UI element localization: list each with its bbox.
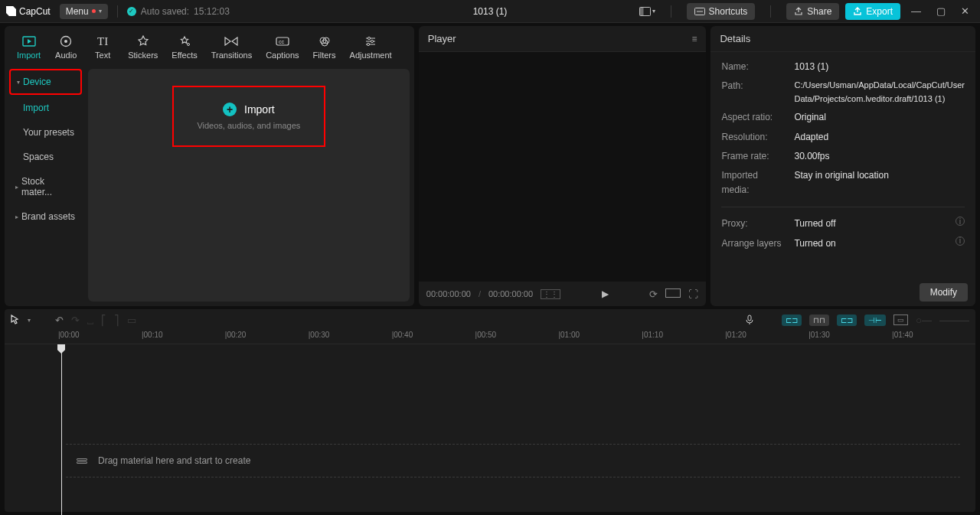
play-button[interactable]: ▶ (602, 288, 609, 299)
export-label: Export (866, 6, 893, 17)
divider (721, 207, 965, 207)
window-close-button[interactable]: ✕ (956, 5, 974, 17)
transitions-icon (224, 34, 239, 49)
split-icon[interactable]: ⎵ (87, 315, 93, 326)
player-time-current: 00:00:00:00 (426, 289, 471, 298)
tab-effects[interactable]: Effects (165, 29, 203, 66)
filters-icon (317, 34, 332, 49)
auto-save-status: ✓ Auto saved: 15:12:03 (127, 6, 230, 17)
share-button[interactable]: Share (786, 3, 839, 20)
ruler-label: |00:40 (392, 331, 475, 339)
sidebar-item-stock[interactable]: ▸Stock mater... (9, 170, 82, 204)
tab-audio[interactable]: Audio (48, 29, 83, 66)
player-menu-icon[interactable]: ≡ (691, 34, 697, 44)
mic-icon[interactable] (745, 315, 754, 325)
detail-row-name: Name:1013 (1) (721, 60, 965, 74)
window-minimize-button[interactable]: — (906, 5, 926, 17)
crop-icon[interactable]: ▭ (127, 315, 136, 326)
detail-row-media: Imported media:Stay in original location (721, 168, 965, 197)
tab-import[interactable]: Import (11, 29, 47, 66)
divider (770, 5, 771, 18)
sidebar-item-presets[interactable]: Your presets (9, 121, 82, 144)
audio-icon (58, 34, 74, 49)
caret-icon: ▸ (15, 184, 18, 191)
snapshot-icon[interactable]: ⟳ (649, 288, 658, 300)
linkage-icon[interactable]: ⊏⊐ (837, 315, 857, 326)
svg-marker-9 (225, 37, 230, 45)
text-icon: TI (95, 34, 110, 49)
detail-row-layers: Arrange layersTurned oni (721, 236, 965, 251)
player-viewport (419, 52, 707, 282)
sidebar-item-spaces[interactable]: Spaces (9, 145, 82, 168)
main-track-magnet-icon[interactable]: ⊏⊐ (782, 315, 802, 326)
drop-hint-text: Drag material here and start to create (98, 455, 250, 466)
svg-rect-22 (748, 315, 751, 321)
sidebar-item-device[interactable]: ▾Device (9, 69, 82, 95)
tab-adjustment[interactable]: Adjustment (344, 29, 398, 66)
menu-button[interactable]: Menu ▾ (60, 4, 108, 19)
effects-icon (177, 34, 192, 49)
divider (117, 5, 118, 18)
player-title: Player (428, 33, 456, 44)
selection-tool-icon[interactable] (11, 315, 20, 325)
tab-filters[interactable]: Filters (307, 29, 342, 66)
import-dropzone[interactable]: + Import Videos, audios, and images (88, 69, 410, 302)
app-logo: CapCut (6, 6, 51, 17)
plus-icon: + (223, 103, 237, 116)
sidebar-item-brand[interactable]: ▸Brand assets (9, 205, 82, 228)
selection-dropdown-icon[interactable]: ▾ (28, 317, 31, 324)
quality-icon[interactable]: ⋮⋮ (541, 289, 560, 299)
timeline-tracks[interactable]: Drag material here and start to create (5, 344, 975, 512)
preview-axis-icon[interactable]: ⊣⊢ (864, 315, 886, 326)
details-title: Details (720, 33, 750, 44)
shortcuts-button[interactable]: Shortcuts (687, 3, 756, 20)
window-maximize-button[interactable]: ▢ (932, 5, 950, 17)
layout-icon[interactable]: ▾ (639, 7, 655, 16)
timeline-toolbar: ▾ ↶ ↷ ⎵ ⎡ ⎤ ▭ ⊏⊐ ⊓⊓ ⊏⊐ ⊣⊢ ▭ ○— ——— (5, 309, 975, 331)
auto-snap-icon[interactable]: ⊓⊓ (809, 315, 829, 326)
import-title: Import (244, 103, 275, 116)
import-box[interactable]: + Import Videos, audios, and images (172, 86, 325, 147)
fullscreen-icon[interactable]: ⛶ (688, 288, 698, 300)
project-title: 1013 (1) (473, 6, 508, 17)
delete-right-icon[interactable]: ⎤ (114, 315, 119, 326)
ratio-icon[interactable] (665, 288, 681, 300)
film-icon (77, 458, 87, 464)
svg-text:cc: cc (279, 39, 285, 44)
share-icon (794, 7, 803, 16)
import-icon (21, 34, 37, 49)
shortcuts-label: Shortcuts (709, 6, 748, 17)
modify-button[interactable]: Modify (920, 283, 968, 302)
playhead-handle-icon (57, 344, 65, 354)
zoom-slider[interactable]: ——— (939, 315, 969, 326)
delete-left-icon[interactable]: ⎡ (101, 315, 106, 326)
sidebar-item-import[interactable]: Import (9, 96, 82, 119)
tab-text[interactable]: TI Text (85, 29, 120, 66)
redo-icon[interactable]: ↷ (71, 315, 80, 326)
timeline-panel: |00:00|00:10|00:20|00:30|00:40|00:50|01:… (5, 331, 975, 512)
tab-stickers[interactable]: Stickers (122, 29, 164, 66)
tab-transitions[interactable]: Transitions (205, 29, 258, 66)
cover-icon[interactable]: ▭ (893, 315, 908, 325)
ruler-label: |00:30 (309, 331, 392, 339)
media-panel: Import Audio TI Text Stickers Effects Tr… (5, 26, 414, 306)
autosave-time: 15:12:03 (194, 6, 230, 17)
tab-captions[interactable]: cc Captions (260, 29, 305, 66)
svg-point-21 (367, 43, 369, 45)
export-button[interactable]: Export (845, 3, 900, 20)
svg-point-8 (188, 44, 190, 46)
svg-point-17 (368, 37, 370, 39)
timeline-drop-hint[interactable]: Drag material here and start to create (66, 444, 960, 478)
autosave-label: Auto saved: (141, 6, 189, 17)
zoom-out-icon[interactable]: ○— (916, 315, 932, 326)
info-icon[interactable]: i (956, 236, 965, 246)
undo-icon[interactable]: ↶ (55, 315, 64, 326)
ruler-label: |00:50 (475, 331, 559, 339)
details-header: Details (710, 26, 975, 52)
ruler-label: |01:10 (642, 331, 725, 339)
info-icon[interactable]: i (956, 217, 965, 226)
timeline-ruler[interactable]: |00:00|00:10|00:20|00:30|00:40|00:50|01:… (5, 331, 975, 344)
player-controls: 00:00:00:00 / 00:00:00:00 ⋮⋮ ▶ ⟳ ⛶ (419, 282, 707, 306)
media-sidebar: ▾Device Import Your presets Spaces ▸Stoc… (9, 69, 82, 302)
divider (671, 5, 671, 18)
